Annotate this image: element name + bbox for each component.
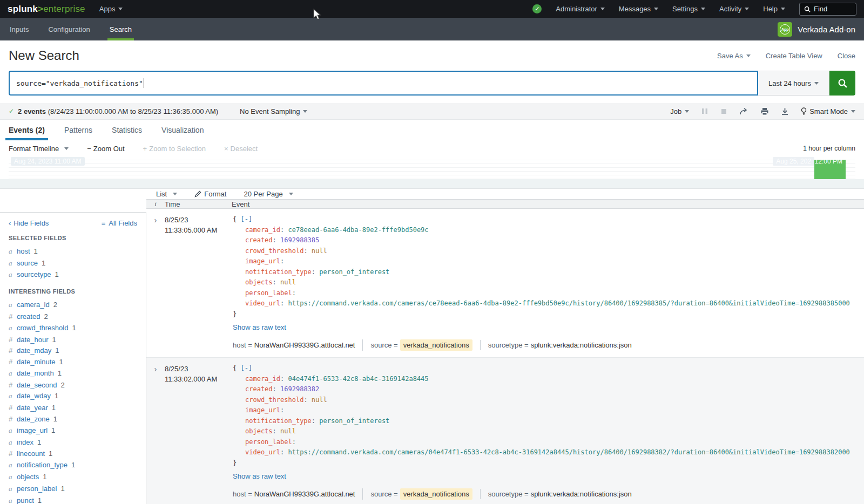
- per-page-menu[interactable]: 20 Per Page: [244, 190, 293, 198]
- save-as-button[interactable]: Save As: [717, 52, 751, 60]
- field-item-source[interactable]: asource1: [9, 257, 137, 269]
- find-input[interactable]: [814, 5, 849, 13]
- meta-sourcetype[interactable]: sourcetype =splunk:verkada:notifications…: [480, 340, 632, 351]
- meta-source[interactable]: source =verkada_notifications: [362, 339, 472, 351]
- json-key[interactable]: image_url: [245, 406, 280, 414]
- collapse-json-link[interactable]: [-]: [240, 215, 252, 223]
- json-value[interactable]: 1692988382: [280, 385, 319, 393]
- activity-menu[interactable]: Activity: [719, 5, 749, 13]
- splunk-logo[interactable]: splunk>enterprise: [8, 4, 85, 15]
- meta-host[interactable]: host =NoraWanGH99339G.attlocal.net: [233, 489, 355, 500]
- field-item-date_zone[interactable]: #date_zone1: [9, 413, 137, 425]
- json-key[interactable]: image_url: [245, 257, 280, 265]
- tab-inputs[interactable]: Inputs: [9, 18, 38, 40]
- format-menu[interactable]: Format: [194, 190, 226, 198]
- find-search-box[interactable]: [799, 3, 856, 16]
- field-item-objects[interactable]: aobjects1: [9, 471, 137, 483]
- share-icon[interactable]: [739, 107, 748, 115]
- meta-sourcetype[interactable]: sourcetype =splunk:verkada:notifications…: [480, 489, 632, 500]
- tab-search[interactable]: Search: [100, 18, 141, 40]
- format-timeline-menu[interactable]: Format Timeline: [9, 145, 69, 153]
- field-item-date_wday[interactable]: adate_wday1: [9, 391, 137, 403]
- json-key[interactable]: video_url: [245, 299, 280, 307]
- time-range-picker[interactable]: Last 24 hours: [758, 71, 829, 96]
- json-key[interactable]: objects: [245, 278, 273, 286]
- json-key[interactable]: created: [245, 236, 273, 244]
- field-item-created[interactable]: #created2: [9, 311, 137, 322]
- close-button[interactable]: Close: [838, 52, 855, 60]
- json-key[interactable]: person_label: [245, 438, 292, 446]
- timeline-chart[interactable]: Aug 24, 2023 11:00 AM Aug 25, 202 12:00 …: [9, 156, 855, 179]
- field-item-date_month[interactable]: adate_month1: [9, 367, 137, 379]
- deselect-button[interactable]: × Deselect: [224, 145, 258, 153]
- field-item-host[interactable]: ahost1: [9, 246, 137, 257]
- help-menu[interactable]: Help: [763, 5, 785, 13]
- event-expand-icon[interactable]: ›: [146, 358, 165, 504]
- json-value[interactable]: https://command.verkada.com/cameras/ce78…: [288, 299, 849, 307]
- event-sampling-menu[interactable]: No Event Sampling: [240, 107, 307, 115]
- field-item-linecount[interactable]: #linecount1: [9, 448, 137, 460]
- stop-icon[interactable]: [720, 108, 727, 115]
- list-view-menu[interactable]: List: [156, 190, 177, 198]
- apps-menu[interactable]: Apps: [99, 5, 123, 13]
- all-fields-button[interactable]: ≡ All Fields: [102, 219, 137, 227]
- json-value[interactable]: null: [312, 396, 327, 404]
- json-value[interactable]: person_of_interest: [319, 417, 389, 425]
- json-key[interactable]: person_label: [245, 289, 292, 297]
- tab-visualization[interactable]: Visualization: [161, 120, 204, 140]
- settings-menu[interactable]: Settings: [672, 5, 705, 13]
- json-key[interactable]: camera_id: [245, 375, 280, 383]
- time-column-header[interactable]: Time: [165, 200, 232, 208]
- json-value[interactable]: null: [312, 247, 327, 255]
- json-value[interactable]: https://command.verkada.com/cameras/04e4…: [288, 448, 849, 456]
- search-query-input[interactable]: source="verkada_notifications": [9, 71, 758, 96]
- field-item-date_hour[interactable]: #date_hour1: [9, 334, 137, 345]
- download-icon[interactable]: [781, 107, 789, 115]
- job-menu[interactable]: Job: [670, 107, 689, 115]
- tab-statistics[interactable]: Statistics: [112, 120, 142, 140]
- show-raw-text-link[interactable]: Show as raw text: [233, 322, 859, 333]
- field-item-date_year[interactable]: #date_year1: [9, 402, 137, 413]
- show-raw-text-link[interactable]: Show as raw text: [233, 471, 859, 482]
- json-value[interactable]: ce78eead-6aa6-4dba-89e2-fffe9bd50e9c: [288, 226, 428, 234]
- json-key[interactable]: notification_type: [245, 417, 312, 425]
- collapse-json-link[interactable]: [-]: [240, 364, 252, 372]
- zoom-to-selection-button[interactable]: + Zoom to Selection: [143, 145, 206, 153]
- field-item-sourcetype[interactable]: asourcetype1: [9, 269, 137, 281]
- field-item-punct[interactable]: apunct1: [9, 495, 137, 504]
- administrator-menu[interactable]: Administrator: [556, 5, 605, 13]
- create-table-view-button[interactable]: Create Table View: [766, 52, 822, 60]
- field-item-date_second[interactable]: #date_second2: [9, 379, 137, 391]
- tab-patterns[interactable]: Patterns: [64, 120, 92, 140]
- meta-host[interactable]: host =NoraWanGH99339G.attlocal.net: [233, 340, 355, 351]
- json-value[interactable]: 1692988385: [280, 236, 319, 244]
- json-key[interactable]: objects: [245, 427, 273, 435]
- pause-icon[interactable]: [701, 107, 708, 115]
- messages-menu[interactable]: Messages: [619, 5, 658, 13]
- search-mode-menu[interactable]: Smart Mode: [801, 107, 855, 115]
- json-key[interactable]: crowd_threshold: [245, 396, 303, 404]
- field-item-index[interactable]: aindex1: [9, 437, 137, 448]
- json-key[interactable]: camera_id: [245, 226, 280, 234]
- json-value[interactable]: 04e474f1-6533-42c8-ab4c-3169142a8445: [288, 375, 428, 383]
- json-key[interactable]: crowd_threshold: [245, 247, 303, 255]
- tab-configuration[interactable]: Configuration: [38, 18, 99, 40]
- json-value[interactable]: null: [280, 427, 296, 435]
- json-key[interactable]: notification_type: [245, 268, 312, 276]
- event-expand-icon[interactable]: ›: [146, 209, 165, 357]
- print-icon[interactable]: [760, 107, 769, 115]
- field-item-date_mday[interactable]: #date_mday1: [9, 345, 137, 356]
- json-key[interactable]: created: [245, 385, 273, 393]
- json-value[interactable]: null: [280, 278, 296, 286]
- tab-events[interactable]: Events (2): [9, 120, 45, 140]
- field-item-person_label[interactable]: aperson_label1: [9, 483, 137, 495]
- field-item-date_minute[interactable]: #date_minute1: [9, 356, 137, 367]
- search-button[interactable]: [829, 71, 855, 96]
- field-item-crowd_threshold[interactable]: acrowd_threshold1: [9, 322, 137, 334]
- hide-fields-button[interactable]: ‹ Hide Fields: [9, 219, 49, 227]
- meta-source[interactable]: source =verkada_notifications: [362, 488, 472, 500]
- field-item-notification_type[interactable]: anotification_type1: [9, 459, 137, 471]
- json-value[interactable]: person_of_interest: [319, 268, 389, 276]
- zoom-out-button[interactable]: − Zoom Out: [87, 145, 124, 153]
- json-key[interactable]: video_url: [245, 448, 280, 456]
